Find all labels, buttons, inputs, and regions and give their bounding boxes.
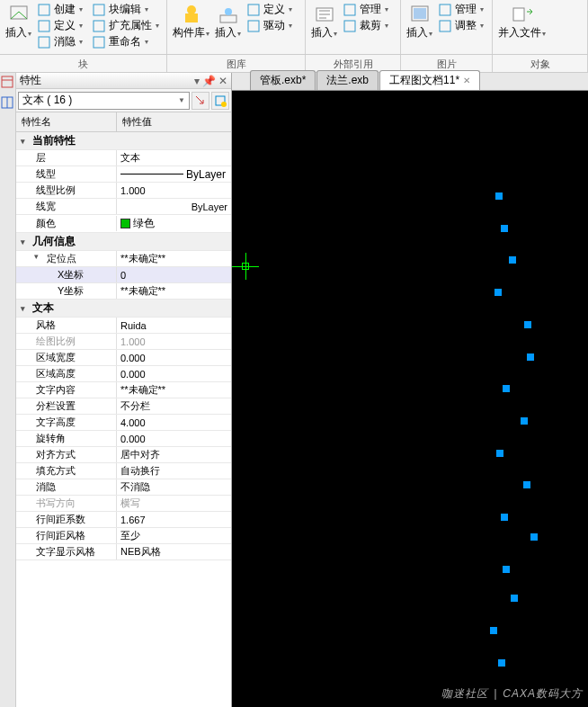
text-handle[interactable] — [521, 417, 528, 425]
prop-row[interactable]: 区域高度0.000 — [16, 366, 231, 382]
small-icon — [37, 3, 51, 17]
ribbon-定义[interactable]: 定义▾ — [35, 18, 85, 33]
prop-category[interactable]: 文本 — [16, 300, 231, 318]
svg-rect-19 — [440, 21, 450, 31]
insert-lib-icon — [216, 2, 241, 25]
prop-row[interactable]: 分栏设置不分栏 — [16, 398, 231, 415]
partlib-button[interactable]: 构件库▾ — [171, 2, 211, 40]
prop-row[interactable]: Y坐标**未确定** — [16, 283, 231, 300]
property-grid-header: 特性名 特性值 — [16, 112, 231, 132]
prop-row[interactable]: 文字内容**未确定** — [16, 382, 231, 398]
partlib-icon — [179, 2, 204, 25]
svg-rect-9 — [220, 15, 236, 22]
svg-rect-18 — [440, 4, 450, 15]
prop-row[interactable]: 文字显示风格NEB风格 — [16, 544, 231, 560]
small-icon — [438, 19, 452, 33]
svg-rect-17 — [414, 8, 426, 19]
prop-row[interactable]: 书写方向横写 — [16, 496, 231, 512]
panel-pin-icon[interactable]: 📌 — [202, 75, 216, 87]
prop-row[interactable]: 绘图比例1.000 — [16, 334, 231, 350]
text-handle[interactable] — [501, 514, 508, 521]
svg-rect-14 — [344, 4, 355, 15]
prop-row[interactable]: 线宽ByLayer — [16, 199, 231, 215]
text-handle[interactable] — [524, 321, 531, 328]
left-rail — [0, 73, 16, 707]
doc-tab[interactable]: 工程图文档11*✕ — [379, 70, 480, 90]
prop-row[interactable]: 填充方式自动换行 — [16, 463, 231, 479]
properties-palette-icon[interactable] — [0, 75, 14, 89]
svg-point-26 — [221, 102, 227, 107]
object-type-combo[interactable]: 文本 ( 16 ) ▼ — [18, 92, 190, 110]
panel-title: 特性 — [20, 73, 41, 88]
text-handle[interactable] — [503, 385, 510, 392]
prop-row[interactable]: 风格Ruida — [16, 318, 231, 334]
text-handle[interactable] — [509, 256, 516, 264]
prop-row[interactable]: 旋转角0.000 — [16, 431, 231, 447]
svg-rect-7 — [185, 13, 198, 22]
quick-select-button[interactable] — [192, 92, 209, 110]
doc-tab[interactable]: 法兰.exb — [316, 70, 379, 90]
text-handle[interactable] — [498, 659, 505, 667]
panel-header: 特性 ▾ 📌 ✕ — [16, 73, 231, 89]
insert-block-button[interactable]: 插入▾ — [4, 2, 33, 49]
insert-xref-button[interactable]: 插入▾ — [309, 2, 339, 40]
prop-category[interactable]: 当前特性 — [16, 132, 231, 150]
text-handle[interactable] — [495, 192, 503, 200]
small-icon — [246, 19, 261, 33]
text-handle[interactable] — [530, 533, 538, 541]
text-handle[interactable] — [523, 481, 530, 488]
prop-row[interactable]: 线型ByLayer — [16, 166, 231, 183]
ribbon-扩充属性[interactable]: 扩充属性▾ — [90, 18, 161, 33]
svg-rect-11 — [248, 4, 259, 15]
insert-xref-icon — [312, 2, 337, 25]
tab-close-icon[interactable]: ✕ — [463, 76, 470, 85]
insert-img-button[interactable]: 插入▾ — [405, 2, 434, 40]
chevron-down-icon: ▼ — [178, 96, 185, 104]
prop-row[interactable]: 对齐方式居中对齐 — [16, 447, 231, 463]
prop-row[interactable]: 层文本 — [16, 150, 231, 166]
group-label-0: 块 — [0, 55, 167, 72]
pickset-button[interactable] — [211, 92, 229, 110]
ribbon: 插入▾创建▾块编辑▾定义▾扩充属性▾消隐▾重命名▾构件库▾插入▾定义▾驱动▾插入… — [0, 0, 588, 55]
svg-rect-1 — [39, 4, 49, 15]
text-handle[interactable] — [496, 450, 503, 457]
ribbon-驱动[interactable]: 驱动▾ — [245, 18, 294, 33]
prop-row[interactable]: 颜色绿色 — [16, 215, 231, 233]
merge-button[interactable]: 并入文件▾ — [496, 2, 548, 40]
prop-row[interactable]: 行间距系数1.667 — [16, 512, 231, 528]
prop-row[interactable]: 定位点**未确定** — [16, 251, 231, 267]
panel-close-icon[interactable]: ✕ — [218, 75, 227, 87]
ribbon-管理[interactable]: 管理▾ — [436, 2, 486, 17]
ribbon-管理[interactable]: 管理▾ — [341, 2, 390, 17]
ribbon-裁剪[interactable]: 裁剪▾ — [341, 18, 390, 33]
ribbon-调整[interactable]: 调整▾ — [436, 18, 486, 33]
document-tabs: 管板.exb*法兰.exb工程图文档11*✕ — [232, 73, 588, 91]
ribbon-定义[interactable]: 定义▾ — [245, 2, 294, 17]
prop-row[interactable]: X坐标0 — [16, 267, 231, 283]
text-handle[interactable] — [527, 354, 534, 361]
small-icon — [92, 3, 106, 17]
ribbon-重命名[interactable]: 重命名▾ — [90, 34, 150, 49]
drawing-canvas[interactable]: 咖迷社区|CAXA数码大方 — [232, 91, 588, 707]
text-handle[interactable] — [490, 627, 497, 634]
styles-palette-icon[interactable] — [0, 95, 14, 110]
ribbon-块编辑[interactable]: 块编辑▾ — [90, 2, 150, 17]
prop-row[interactable]: 行间距风格至少 — [16, 528, 231, 544]
doc-tab[interactable]: 管板.exb* — [250, 70, 316, 90]
prop-category[interactable]: 几何信息 — [16, 233, 231, 251]
small-icon — [246, 3, 261, 17]
prop-row[interactable]: 消隐不消隐 — [16, 479, 231, 496]
text-handle[interactable] — [494, 289, 502, 296]
prop-row[interactable]: 线型比例1.000 — [16, 183, 231, 199]
panel-autohide-icon[interactable]: ▾ — [194, 75, 200, 87]
properties-panel: 特性 ▾ 📌 ✕ 文本 ( 16 ) ▼ 特性名 特性值 当前特性层文本线型By… — [16, 73, 232, 707]
text-handle[interactable] — [503, 566, 510, 573]
insert-lib-button[interactable]: 插入▾ — [213, 2, 243, 40]
ribbon-消隐[interactable]: 消隐▾ — [35, 34, 85, 49]
prop-row[interactable]: 文字高度4.000 — [16, 415, 231, 431]
text-handle[interactable] — [511, 595, 518, 602]
small-icon — [37, 19, 51, 33]
ribbon-创建[interactable]: 创建▾ — [35, 2, 85, 17]
text-handle[interactable] — [501, 225, 508, 232]
prop-row[interactable]: 区域宽度0.000 — [16, 350, 231, 366]
